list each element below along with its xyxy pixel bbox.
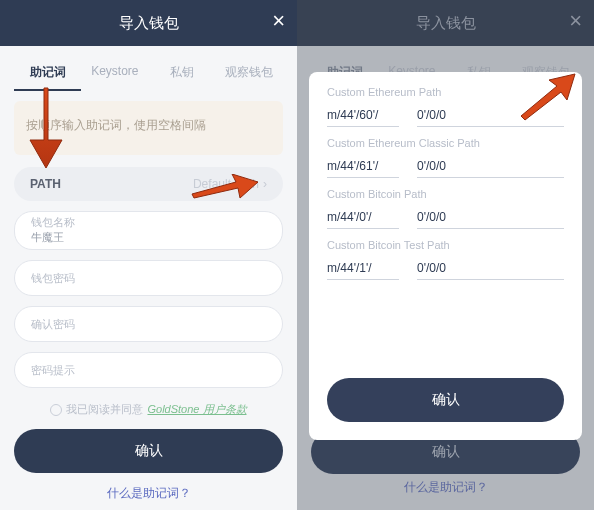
confirm-password-field[interactable]: 确认密码 [14,306,283,342]
terms-prefix: 我已阅读并同意 [66,402,143,417]
path-value-text: Default Path [193,177,259,191]
tab-keystore[interactable]: Keystore [81,56,148,91]
path-prefix-input[interactable]: m/44'/0'/ [327,206,399,229]
content: 按顺序输入助记词，使用空格间隔 PATH Default Path › 钱包名称… [0,91,297,510]
path-prefix-input[interactable]: m/44'/60'/ [327,104,399,127]
tab-mnemonic[interactable]: 助记词 [14,56,81,91]
path-group-label: Custom Ethereum Path [327,86,564,98]
terms-row[interactable]: 我已阅读并同意 GoldStone 用户条款 [14,402,283,417]
path-input-row[interactable]: m/44'/60'/ 0'/0/0 [327,104,564,127]
path-group-label: Custom Bitcoin Path [327,188,564,200]
confirm-password-label: 确认密码 [31,317,266,332]
path-input-row[interactable]: m/44'/0'/ 0'/0/0 [327,206,564,229]
tab-watch-wallet[interactable]: 观察钱包 [216,56,283,91]
screen-import-wallet: 导入钱包 × 助记词 Keystore 私钥 观察钱包 按顺序输入助记词，使用空… [0,0,297,510]
terms-link[interactable]: GoldStone 用户条款 [147,402,246,417]
path-suffix-input[interactable]: 0'/0/0 [417,257,564,280]
close-icon[interactable]: × [272,10,285,32]
path-input-row[interactable]: m/44'/1'/ 0'/0/0 [327,257,564,280]
wallet-name-label: 钱包名称 [31,215,266,230]
path-prefix-input[interactable]: m/44'/1'/ [327,257,399,280]
path-group-label: Custom Bitcoin Test Path [327,239,564,251]
wallet-password-label: 钱包密码 [31,271,266,286]
password-hint-field[interactable]: 密码提示 [14,352,283,388]
path-group-btc: Custom Bitcoin Path m/44'/0'/ 0'/0/0 [327,188,564,229]
path-selection-sheet: Custom Ethereum Path m/44'/60'/ 0'/0/0 C… [309,72,582,440]
sheet-confirm-button[interactable]: 确认 [327,378,564,422]
header: 导入钱包 × [0,0,297,46]
path-prefix-input[interactable]: m/44'/61'/ [327,155,399,178]
path-label: PATH [30,177,61,191]
path-suffix-input[interactable]: 0'/0/0 [417,155,564,178]
password-hint-label: 密码提示 [31,363,266,378]
chevron-right-icon: › [263,177,267,191]
wallet-name-field[interactable]: 钱包名称 牛魔王 [14,211,283,250]
confirm-button[interactable]: 确认 [14,429,283,473]
wallet-name-value: 牛魔王 [31,230,266,245]
path-value: Default Path › [193,177,267,191]
path-group-label: Custom Ethereum Classic Path [327,137,564,149]
path-suffix-input[interactable]: 0'/0/0 [417,206,564,229]
path-input-row[interactable]: m/44'/61'/ 0'/0/0 [327,155,564,178]
path-group-etc: Custom Ethereum Classic Path m/44'/61'/ … [327,137,564,178]
screen-path-sheet: 导入钱包 × 助记词 Keystore 私钥 观察钱包 确认 什么是助记词？ C… [297,0,594,510]
path-group-btc-test: Custom Bitcoin Test Path m/44'/1'/ 0'/0/… [327,239,564,280]
wallet-password-field[interactable]: 钱包密码 [14,260,283,296]
path-row[interactable]: PATH Default Path › [14,167,283,201]
tab-private-key[interactable]: 私钥 [149,56,216,91]
tab-bar: 助记词 Keystore 私钥 观察钱包 [0,46,297,91]
mnemonic-input[interactable]: 按顺序输入助记词，使用空格间隔 [14,101,283,155]
help-link[interactable]: 什么是助记词？ [14,479,283,510]
header-title: 导入钱包 [119,14,179,33]
checkbox-icon[interactable] [50,404,62,416]
path-suffix-input[interactable]: 0'/0/0 [417,104,564,127]
path-group-eth: Custom Ethereum Path m/44'/60'/ 0'/0/0 [327,86,564,127]
